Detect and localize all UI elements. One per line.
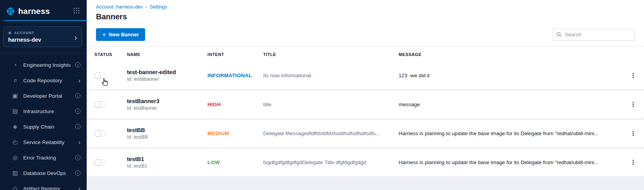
plus-icon: + [102,31,106,38]
status-toggle[interactable] [94,130,106,137]
chevron-right-icon: › [78,139,80,146]
column-header-message: MESSAGE [399,52,622,57]
brand-accent-line [4,20,87,21]
search-box [552,29,635,41]
banner-name: testB1 [127,156,207,162]
sidebar-item-engineering-insights[interactable]: ◔ Engineering Insights i [0,57,87,73]
name-cell: testBanner3 Id: testBanner [127,98,207,111]
chevron-right-icon: › [78,185,80,190]
infrastructure-icon: ▤ [11,108,19,115]
database-devops-icon: ▥ [11,170,19,176]
banners-table: STATUS NAME INTENT TITLE MESSAGE [87,46,644,190]
chevron-right-icon: › [74,34,77,41]
name-cell: test-banner-edited Id: testitbanner [127,69,207,82]
banner-title: title [263,102,399,107]
banner-message: Harness is planning to update the base i… [399,131,622,136]
column-header-intent: INTENT [207,52,263,57]
name-cell: testBB Id: testBB [127,127,207,140]
name-cell: testB1 Id: testB1 [127,156,207,169]
banner-title: Its now informational [263,73,399,78]
sidebar-nav: ◔ Engineering Insights i ⟨/⟩ Code Reposi… [0,53,87,190]
sidebar-item-developer-portal[interactable]: ▣ Developer Portal i [0,88,87,103]
banner-id: Id: testBanner [127,105,207,111]
sidebar: harness ◈ ACCOUNT harness-dev › [0,0,87,190]
info-icon[interactable]: i [75,155,80,160]
sidebar-item-infrastructure[interactable]: ▤ Infrastructure i [0,103,87,119]
banner-message: 123 -we did it [399,73,622,78]
info-icon[interactable]: i [75,62,80,68]
status-toggle[interactable] [94,101,106,108]
toolbar: + New Banner [87,21,644,46]
supply-chain-icon: ◈ [11,123,19,130]
status-cell [94,159,127,166]
breadcrumb-account-link[interactable]: Account: harness-dev [96,4,143,10]
banner-title: Delegate Messagedfdffdsfdfdsfsddfsdfsdfs… [263,131,399,136]
info-icon[interactable]: i [75,170,80,176]
info-icon[interactable]: i [75,124,80,129]
search-input[interactable] [565,32,630,37]
info-icon[interactable]: i [75,93,80,98]
toggle-knob [94,72,101,79]
page-title: Banners [96,12,635,21]
status-cell [94,72,127,79]
error-tracking-icon: ◎ [11,154,19,161]
status-cell [94,101,127,108]
toggle-knob [94,159,101,166]
new-banner-label: New Banner [109,32,139,37]
toggle-knob [94,101,101,108]
banner-id: Id: testB1 [127,163,207,169]
new-banner-button[interactable]: + New Banner [96,28,145,41]
account-selector[interactable]: ◈ ACCOUNT harness-dev › [3,26,82,47]
apps-grid-icon[interactable] [73,7,80,15]
code-repository-icon: ⟨/⟩ [11,78,19,83]
table-header-row: STATUS NAME INTENT TITLE MESSAGE [87,47,644,62]
intent-badge: MEDIUM [207,131,263,136]
table-row[interactable]: testBB Id: testBB MEDIUM Delegate Messag… [87,120,644,147]
intent-badge: LOW [207,159,263,165]
harness-logo-mark [5,6,15,16]
account-icon: ◈ [8,30,12,35]
sidebar-item-service-reliability[interactable]: ◴ Service Reliability › [0,134,87,150]
page-header: Account: harness-dev › Settings Banners [87,0,644,21]
artifact-registry-icon: ◇ [11,185,19,190]
harness-logo[interactable]: harness [5,6,50,16]
row-menu-kebab-icon[interactable]: ⋮ [622,130,644,137]
main-content: Account: harness-dev › Settings Banners … [87,0,644,190]
table-row[interactable]: test-banner-edited Id: testitbanner INFO… [87,62,644,89]
sidebar-item-supply-chain[interactable]: ◈ Supply Chain i [0,119,87,134]
row-menu-kebab-icon[interactable]: ⋮ [622,159,644,166]
column-header-name: NAME [127,52,207,57]
status-cell [94,130,127,137]
row-menu-kebab-icon[interactable]: ⋮ [622,72,644,79]
mouse-cursor-icon [101,78,109,87]
breadcrumb-separator-icon: › [146,4,147,10]
sidebar-item-code-repository[interactable]: ⟨/⟩ Code Repository › [0,73,87,88]
sidebar-item-error-tracking[interactable]: ◎ Error Tracking i [0,150,87,165]
table-row[interactable]: testBanner3 Id: testBanner HIGH title me… [87,91,644,118]
search-icon [557,32,562,37]
table-body: test-banner-edited Id: testitbanner INFO… [87,62,644,190]
chevron-right-icon: › [78,77,80,84]
row-menu-kebab-icon[interactable]: ⋮ [622,101,644,108]
logo-text: harness [18,7,50,16]
info-icon[interactable]: i [75,109,80,114]
toggle-knob [94,130,101,137]
banner-name: testBB [127,127,207,133]
banner-message: message [399,102,622,107]
breadcrumb: Account: harness-dev › Settings [96,4,635,10]
intent-badge: INFORMATIONAL [207,73,263,78]
sidebar-item-database-devops[interactable]: ▥ Database DevOps i [0,165,87,181]
banner-title: fxgdfgdfgdfgdfgdDelegate Title dfgfdgdfg… [263,159,399,165]
status-toggle[interactable] [94,159,106,166]
account-name: harness-dev [8,37,77,43]
banner-name: testBanner3 [127,98,207,104]
breadcrumb-settings-link[interactable]: Settings [150,4,167,10]
engineering-insights-icon: ◔ [11,62,19,68]
banner-name: test-banner-edited [127,69,207,75]
column-header-title: TITLE [263,52,399,57]
table-row[interactable]: testB1 Id: testB1 LOW fxgdfgdfgdfgdfgdDe… [87,149,644,176]
sidebar-item-artifact-registry[interactable]: ◇ Artifact Registry › [0,181,87,190]
banner-message: Harness is planning to update the base i… [399,159,622,165]
status-toggle[interactable] [94,72,106,79]
intent-badge: HIGH [207,102,263,107]
